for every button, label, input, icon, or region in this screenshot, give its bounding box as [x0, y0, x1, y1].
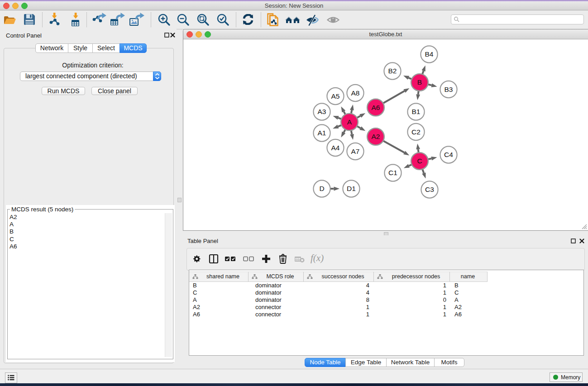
- svg-text:A4: A4: [331, 144, 340, 152]
- svg-text:A6: A6: [372, 104, 380, 111]
- svg-text:A1: A1: [318, 129, 326, 137]
- svg-text:C3: C3: [425, 186, 434, 193]
- svg-text:B1: B1: [412, 108, 421, 115]
- svg-text:B4: B4: [425, 50, 434, 58]
- svg-text:C4: C4: [444, 151, 453, 158]
- svg-text:A2: A2: [372, 133, 380, 140]
- svg-text:A7: A7: [351, 148, 360, 155]
- svg-text:C2: C2: [411, 128, 421, 136]
- svg-text:C: C: [417, 157, 422, 165]
- svg-text:B: B: [417, 78, 422, 86]
- svg-text:D: D: [319, 185, 324, 192]
- svg-text:B3: B3: [445, 86, 453, 93]
- svg-text:C1: C1: [388, 169, 397, 176]
- svg-text:A5: A5: [331, 92, 340, 100]
- svg-text:D1: D1: [347, 185, 356, 192]
- svg-text:A: A: [347, 118, 352, 126]
- svg-text:B2: B2: [388, 67, 397, 75]
- svg-text:A8: A8: [351, 89, 360, 97]
- svg-text:A3: A3: [318, 108, 326, 115]
